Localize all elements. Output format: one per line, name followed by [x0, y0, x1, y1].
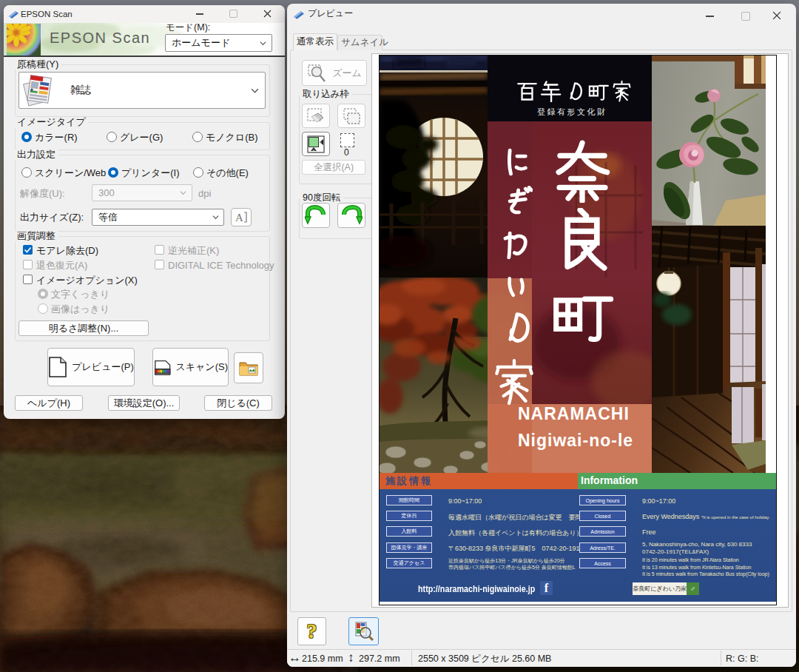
- svg-text:A: A: [235, 212, 243, 224]
